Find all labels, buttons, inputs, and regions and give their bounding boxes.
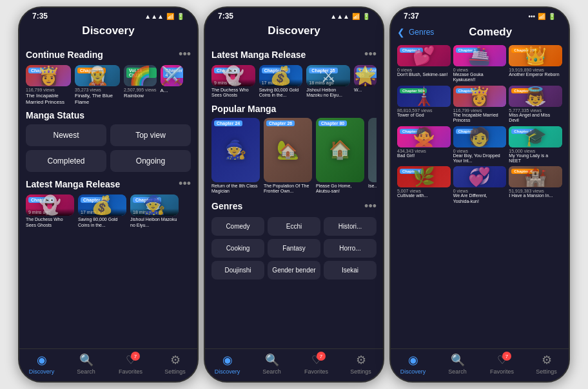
popular-list: 🧙 Chapter 24 Return of the 8th Class Mag… [211,118,377,194]
genre-horror[interactable]: Horro... [324,239,377,258]
popular-3[interactable]: ⚡ Ise... [368,118,377,194]
more-btn-continue[interactable]: ••• [179,48,191,61]
comedy-card-1[interactable]: 🚢 Chapter 1 0 views Mezase Gouka Kyakuse… [453,45,507,83]
views-1: 35,273 views [75,88,120,92]
title-1: Finally, The Blue Flame [75,93,120,105]
manga-card-3[interactable]: ⚔️ Chapter 4 A... [161,65,183,105]
comedy-card-0[interactable]: 💕 Chapter 1 0 views Don't Blush, Sekime-… [397,45,451,83]
latest-list-2: 👻 9 mins ago Chapter 8 The Duchess Who S… [211,65,377,99]
genre-genderbender[interactable]: Gender bender [268,261,320,280]
nav-label-favorites-2: Favorites [304,368,328,375]
status-time-1: 7:35 [32,12,48,21]
status-grid: Newest Top view Completed Ongoing [26,124,191,172]
more-btn-genres[interactable]: ••• [364,200,377,213]
scroll-content-2[interactable]: Latest Manga Release ••• 👻 9 mins ago Ch… [205,43,383,348]
search-icon-1: 🔍 [79,353,93,367]
more-btn-latest2[interactable]: ••• [364,48,377,61]
genre-doujinshi[interactable]: Doujinshi [211,261,264,280]
comedy-card-9[interactable]: 🌿 Chapter 9 5,007 views Cultivate with..… [397,166,451,204]
genre-isekai[interactable]: Isekai [324,261,377,280]
nav-settings-1[interactable]: ⚙ Settings [153,353,197,375]
nav-search-3[interactable]: 🔍 Search [435,353,480,375]
section-header-status: Manga Status [26,110,191,120]
status-icons-3: ••• 📶 🔋 [528,13,556,20]
latest-p2-1[interactable]: 💰 17 mins ago Chapter 60 Saving 80,000 G… [259,65,303,99]
manga-card-2[interactable]: 🌈 Vol.18 Ch193 2,507,995 views Rainbow [124,65,157,105]
wifi-icon-2: 📶 [352,13,360,20]
latest-card-1[interactable]: 💰 17 mins ago Chapter 60 Saving 80,000 G… [78,194,126,228]
section-title-genres: Genres [211,201,242,211]
battery-icon-2: 🔋 [362,13,370,20]
nav-label-discovery-1: Discovery [29,368,55,375]
status-time-2: 7:35 [218,12,233,21]
comedy-card-4[interactable]: 👸 Chapter 5 116,799 views The Incapable … [453,86,507,124]
comedy-card-8[interactable]: 🎓 Chapter 9 15,000 views My Young Lady i… [509,126,562,164]
views-0: 116,799 views [26,88,71,92]
nav-settings-3[interactable]: ⚙ Settings [524,353,569,375]
latest-p2-2[interactable]: ⚔ 18 mins ago Chapter 25 Jishoul Heibon … [306,65,350,99]
nav-discovery-2[interactable]: ◉ Discovery [205,353,250,375]
nav-discovery-3[interactable]: ◉ Discovery [391,353,435,375]
section-header-popular: Popular Manga [211,104,377,114]
nav-label-settings-3: Settings [536,368,557,375]
comedy-card-5[interactable]: 👼 Chapter 247 5,777,335 views Miss Angel… [509,86,562,124]
comedy-card-11[interactable]: 🏰 Chapter 411 51,919,383 views I Have a … [509,166,562,204]
genre-fantasy[interactable]: Fantasy [268,239,320,258]
section-title-latest1: Latest Manga Release [26,179,120,189]
comedy-card-10[interactable]: 💞 0 views We Are Different, Yoshida-kun! [453,166,507,204]
page-header-1: Discovery [19,22,197,43]
status-time-3: 7:37 [404,12,419,21]
nav-search-1[interactable]: 🔍 Search [64,353,108,375]
latest-list-1: 👻 9 mins ago Chapter 8 The Duchess Who S… [26,194,191,228]
continue-reading-list: 👸 Chapter 3 116,799 views The Incapable … [26,65,191,105]
comedy-card-2[interactable]: 👑 Chapter 204 19,919,890 views Another E… [509,45,562,83]
genres-grid: Comedy Ecchi Histori... Cooking Fantasy … [211,217,377,280]
genre-ecchi[interactable]: Ecchi [268,217,320,236]
page-title-1: Discovery [82,24,134,37]
dots-icon-3: ••• [528,13,535,20]
popular-1[interactable]: 🏡 Chapter 26 The Population Of The Front… [264,118,312,194]
phone-1: 7:35 ▲▲▲ 📶 🔋 Discovery Continue Reading … [18,6,199,383]
comedy-card-6[interactable]: 🙅 Chapter 37 434,343 views Bad Girl! [397,126,451,164]
nav-search-2[interactable]: 🔍 Search [250,353,294,375]
latest-card-0[interactable]: 👻 9 mins ago Chapter 8 The Duchess Who S… [26,194,74,228]
status-bar-2: 7:35 ▲▲▲ 📶 🔋 [205,8,383,22]
comedy-card-7[interactable]: 🧑 Chapter 9 0 views Dear Boy, You Droppe… [453,126,507,164]
genre-historical[interactable]: Histori... [324,217,377,236]
latest-card-2[interactable]: 🧙 18 mins ago Chapter 25 Jishoul Heibon … [130,194,179,228]
latest-p2-3[interactable]: 🌟 Chapter 35 W... [354,65,377,99]
discovery-icon-3: ◉ [408,353,418,367]
title-0: The Incapable Married Princess [26,93,71,105]
nav-discovery-1[interactable]: ◉ Discovery [19,353,64,375]
manga-card-0[interactable]: 👸 Chapter 3 116,799 views The Incapable … [26,65,71,105]
settings-icon-3: ⚙ [542,353,552,367]
section-header-continue: Continue Reading ••• [26,48,191,61]
favorites-badge-2: 7 [317,352,326,361]
ongoing-btn[interactable]: Ongoing [110,150,191,172]
nav-favorites-2[interactable]: ♡ 7 Favorites [294,353,338,375]
nav-settings-2[interactable]: ⚙ Settings [338,353,383,375]
popular-0[interactable]: 🧙 Chapter 24 Return of the 8th Class Mag… [211,118,260,194]
nav-label-favorites-1: Favorites [119,368,142,375]
nav-favorites-3[interactable]: ♡ 7 Favorites [480,353,524,375]
scroll-content-3[interactable]: 💕 Chapter 1 0 views Don't Blush, Sekime-… [391,43,569,348]
nav-favorites-1[interactable]: ♡ 7 Favorites [108,353,153,375]
topview-btn[interactable]: Top view [110,124,191,146]
bottom-nav-2: ◉ Discovery 🔍 Search ♡ 7 Favorites ⚙ Set… [205,348,383,381]
manga-card-1[interactable]: 🧝 Chapter 18 35,273 views Finally, The B… [75,65,120,105]
genre-cooking[interactable]: Cooking [211,239,264,258]
back-arrow-icon[interactable]: ❮ [397,27,405,37]
phone-3: 7:37 ••• 📶 🔋 ❮ Genres Comedy 💕 Chapter 1 [389,6,570,383]
more-btn-latest1[interactable]: ••• [179,177,191,191]
genres-back-label[interactable]: Genres [409,28,434,37]
latest-p2-0[interactable]: 👻 9 mins ago Chapter 8 The Duchess Who S… [211,65,255,99]
completed-btn[interactable]: Completed [26,150,106,172]
status-icons-2: ▲▲▲ 📶 🔋 [330,13,370,20]
genre-comedy[interactable]: Comedy [211,217,264,236]
popular-2[interactable]: 🏠 Chapter 80 Please Go Home, Akutsu-san! [316,118,364,194]
discovery-icon-2: ◉ [222,353,233,367]
scroll-content-1[interactable]: Continue Reading ••• 👸 Chapter 3 116,799… [19,43,197,348]
title-2: Rainbow [124,93,157,99]
comedy-card-3[interactable]: 🗼 Chapter 501 86,810,597 views Tower of … [397,86,451,124]
newest-btn[interactable]: Newest [26,124,106,146]
